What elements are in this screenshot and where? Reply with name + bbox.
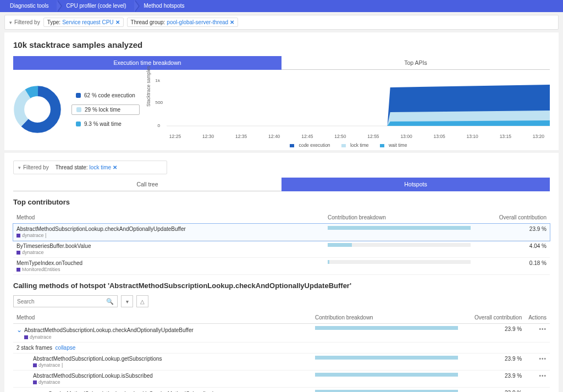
contribution-bar xyxy=(328,243,471,247)
svg-text:500: 500 xyxy=(155,100,163,105)
donut-chart[interactable] xyxy=(13,85,62,134)
filter-bar-main: Filtered by Type: Service request CPU ✕ … xyxy=(4,15,559,30)
view-tabs: Call tree Hotspots xyxy=(13,178,550,191)
filter-bar-thread-state: Filtered by Thread state: lock time ✕ xyxy=(13,161,167,174)
collapse-link[interactable]: collapse xyxy=(56,345,76,351)
page-title: 10k stacktrace samples analyzed xyxy=(13,40,550,49)
table-row[interactable]: AbstractMethodSubscriptionLookup.isSubsc… xyxy=(13,371,550,388)
table-row[interactable]: AbstractMethodSubscriptionLookup.checkAn… xyxy=(13,224,550,241)
col-contribution[interactable]: Overall contribution xyxy=(461,312,525,324)
package-icon xyxy=(16,268,20,272)
chart-x-ticks: 12:2512:3012:3512:4012:4512:5012:5513:00… xyxy=(151,132,550,139)
package-icon xyxy=(33,380,37,384)
hotspots-section: Filtered by Thread state: lock time ✕ Ca… xyxy=(4,153,559,392)
legend-lock[interactable]: 29 % lock time xyxy=(71,104,140,115)
search-field[interactable] xyxy=(17,299,106,305)
package-icon xyxy=(16,234,20,238)
contribution-bar xyxy=(328,226,471,230)
table-row[interactable]: AbstractMethodSubscriptionLookup.getSubs… xyxy=(13,354,550,371)
package-icon xyxy=(33,363,37,367)
timeline-chart[interactable]: Stacktrace samples 1k 500 0 12:2512:3012… xyxy=(151,76,550,142)
legend-wait[interactable]: 9.3 % wait time xyxy=(71,119,140,129)
remove-filter-icon[interactable]: ✕ xyxy=(115,19,120,25)
package-icon xyxy=(16,251,20,255)
col-actions[interactable]: Actions xyxy=(525,312,550,324)
actions-menu-icon[interactable]: ••• xyxy=(539,326,547,332)
top-contributors-table: Method Contribution breakdown Overall co… xyxy=(13,212,550,275)
calling-methods-table: Method Contribution breakdown Overall co… xyxy=(13,312,550,392)
calling-methods-title: Calling methods of hotspot 'AbstractMeth… xyxy=(13,281,550,290)
search-input[interactable]: 🔍 xyxy=(13,295,118,307)
table-row[interactable]: ⌄AbstractMethodSubscriptionLookup.checkA… xyxy=(13,324,550,343)
contribution-bar xyxy=(315,326,458,330)
col-contribution[interactable]: Overall contribution xyxy=(474,212,550,224)
col-breakdown[interactable]: Contribution breakdown xyxy=(312,312,461,324)
svg-text:0: 0 xyxy=(157,123,160,128)
chevron-down-icon[interactable]: ⌄ xyxy=(16,326,22,334)
top-contributors-title: Top contributors xyxy=(13,198,550,206)
crumb-diagnostic[interactable]: Diagnostic tools xyxy=(0,0,57,12)
actions-menu-icon[interactable]: ••• xyxy=(539,390,547,392)
contribution-bar xyxy=(315,390,458,392)
stack-frames-row: 2 stack frames collapse xyxy=(13,343,550,354)
filter-label: Filtered by xyxy=(18,164,49,170)
legend-code[interactable]: 62 % code execution xyxy=(71,91,140,100)
donut-legend: 62 % code execution 29 % lock time 9.3 %… xyxy=(71,91,140,129)
crumb-profiler[interactable]: CPU profiler (code level) xyxy=(57,0,134,12)
tab-top-apis[interactable]: Top APIs xyxy=(282,56,550,70)
samples-section: 10k stacktrace samples analyzed Executio… xyxy=(4,32,559,150)
breadcrumb: Diagnostic tools CPU profiler (code leve… xyxy=(0,0,563,12)
col-method[interactable]: Method xyxy=(13,212,324,224)
col-breakdown[interactable]: Contribution breakdown xyxy=(324,212,474,224)
chart-y-label: Stacktrace samples xyxy=(146,66,151,107)
svg-text:1k: 1k xyxy=(155,78,161,83)
funnel-icon xyxy=(9,19,12,25)
actions-menu-icon[interactable]: ••• xyxy=(539,356,547,362)
filter-icon[interactable]: ▾ xyxy=(121,295,133,307)
table-row[interactable]: MemTypeIndex.onTouchedMonitoredEntities … xyxy=(13,258,550,275)
package-icon xyxy=(24,335,28,339)
filter-chip-thread-state[interactable]: Thread state: lock time ✕ xyxy=(52,163,120,172)
contribution-bar xyxy=(315,373,458,377)
filter-label: Filtered by xyxy=(9,19,40,25)
chevron-down-icon[interactable]: ⌄ xyxy=(41,390,46,392)
table-row[interactable]: ⌄ServiceMethodSubscriptionLookupImpl.isS… xyxy=(13,388,550,393)
remove-filter-icon[interactable]: ✕ xyxy=(113,164,117,170)
contribution-bar xyxy=(328,260,471,264)
col-method[interactable]: Method xyxy=(13,312,312,324)
remove-filter-icon[interactable]: ✕ xyxy=(230,19,234,25)
contribution-bar xyxy=(315,356,458,360)
filter-chip-type[interactable]: Type: Service request CPU ✕ xyxy=(43,18,124,27)
funnel-icon xyxy=(18,164,21,170)
chart-legend: code execution lock time wait time xyxy=(151,142,550,148)
tab-call-tree[interactable]: Call tree xyxy=(13,178,282,191)
crumb-hotspots[interactable]: Method hotspots xyxy=(134,0,192,12)
search-icon[interactable]: 🔍 xyxy=(106,298,114,305)
table-row[interactable]: ByTimeseriesBuffer.bookValuedynatrace 4.… xyxy=(13,241,550,258)
filter-chip-threadgroup[interactable]: Thread group: pool-global-server-thread … xyxy=(127,18,239,27)
actions-menu-icon[interactable]: ••• xyxy=(539,373,547,379)
tab-hotspots[interactable]: Hotspots xyxy=(282,178,550,191)
sort-icon[interactable]: △ xyxy=(136,295,148,307)
breakdown-tabs: Execution time breakdown Top APIs xyxy=(13,56,550,70)
